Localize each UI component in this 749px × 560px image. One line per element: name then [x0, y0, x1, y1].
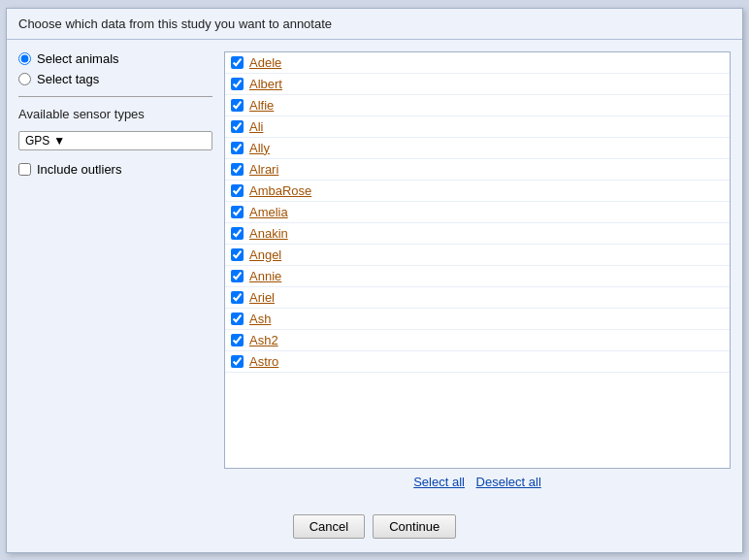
- continue-button[interactable]: Continue: [373, 514, 456, 539]
- cancel-button[interactable]: Cancel: [293, 514, 365, 539]
- select-animals-radio-row[interactable]: Select animals: [18, 51, 212, 66]
- animal-link[interactable]: Ali: [249, 119, 263, 134]
- animal-checkbox[interactable]: [231, 184, 244, 197]
- animal-checkbox[interactable]: [231, 355, 244, 368]
- list-item[interactable]: Adele: [225, 52, 730, 74]
- animal-link[interactable]: Adele: [249, 55, 281, 70]
- animal-checkbox[interactable]: [231, 334, 244, 346]
- animals-list-scroll[interactable]: AdeleAlbertAlfieAliAllyAlrariAmbaRoseAme…: [225, 52, 730, 468]
- animal-link[interactable]: Alfie: [249, 98, 274, 113]
- list-item[interactable]: Alfie: [225, 95, 730, 116]
- animals-list-container: AdeleAlbertAlfieAliAllyAlrariAmbaRoseAme…: [224, 51, 731, 469]
- list-item[interactable]: Annie: [225, 266, 730, 287]
- animal-link[interactable]: Ash: [249, 312, 271, 326]
- animal-checkbox[interactable]: [231, 248, 244, 261]
- list-item[interactable]: Ali: [225, 116, 730, 138]
- main-dialog: Choose which data from this study you wa…: [6, 8, 743, 553]
- dialog-title: Choose which data from this study you wa…: [7, 9, 742, 40]
- animal-link[interactable]: Annie: [249, 269, 281, 283]
- list-item[interactable]: Albert: [225, 74, 730, 95]
- animal-checkbox[interactable]: [231, 270, 244, 282]
- include-outliers-row[interactable]: Include outliers: [18, 162, 212, 177]
- animal-checkbox[interactable]: [231, 291, 244, 304]
- animal-link[interactable]: Albert: [249, 77, 282, 91]
- animal-checkbox[interactable]: [231, 142, 244, 154]
- list-item[interactable]: Alrari: [225, 159, 730, 181]
- list-item[interactable]: Ariel: [225, 287, 730, 309]
- divider: [18, 96, 212, 97]
- select-tags-label: Select tags: [37, 72, 99, 86]
- include-outliers-checkbox[interactable]: [18, 163, 31, 176]
- animal-link[interactable]: Ariel: [249, 290, 275, 305]
- list-item[interactable]: Anakin: [225, 223, 730, 245]
- sensor-type-value: GPS: [25, 134, 49, 148]
- list-item[interactable]: Ally: [225, 138, 730, 159]
- animal-link[interactable]: Anakin: [249, 226, 288, 241]
- animal-checkbox[interactable]: [231, 313, 244, 325]
- sensor-types-label: Available sensor types: [18, 107, 212, 121]
- select-deselect-row: Select all Deselect all: [224, 469, 731, 495]
- list-item[interactable]: Angel: [225, 245, 730, 266]
- dialog-footer: Cancel Continue: [7, 507, 742, 552]
- list-item[interactable]: Amelia: [225, 202, 730, 223]
- animal-checkbox[interactable]: [231, 206, 244, 218]
- list-item[interactable]: Ash2: [225, 330, 730, 351]
- sensor-type-dropdown[interactable]: GPS ▼: [18, 131, 212, 150]
- animal-checkbox[interactable]: [231, 120, 244, 133]
- animal-link[interactable]: Ally: [249, 141, 270, 155]
- select-all-link[interactable]: Select all: [413, 475, 465, 489]
- deselect-all-link[interactable]: Deselect all: [476, 475, 541, 489]
- animal-link[interactable]: AmbaRose: [249, 183, 311, 198]
- left-panel: Select animals Select tags Available sen…: [18, 51, 212, 495]
- animal-link[interactable]: Amelia: [249, 205, 288, 219]
- animal-checkbox[interactable]: [231, 78, 244, 90]
- animal-checkbox[interactable]: [231, 163, 244, 176]
- sensor-dropdown-icon: ▼: [53, 134, 65, 148]
- animal-link[interactable]: Astro: [249, 354, 278, 369]
- select-tags-radio[interactable]: [18, 73, 31, 85]
- animal-checkbox[interactable]: [231, 227, 244, 240]
- list-item[interactable]: AmbaRose: [225, 181, 730, 202]
- animal-checkbox[interactable]: [231, 56, 244, 69]
- animal-link[interactable]: Ash2: [249, 333, 278, 347]
- select-tags-radio-row[interactable]: Select tags: [18, 72, 212, 86]
- include-outliers-label: Include outliers: [37, 162, 121, 177]
- dialog-body: Select animals Select tags Available sen…: [7, 40, 742, 507]
- list-item[interactable]: Astro: [225, 351, 730, 373]
- animal-link[interactable]: Angel: [249, 247, 281, 262]
- animal-checkbox[interactable]: [231, 99, 244, 112]
- animal-link[interactable]: Alrari: [249, 162, 278, 177]
- select-animals-label: Select animals: [37, 51, 119, 66]
- list-item[interactable]: Ash: [225, 309, 730, 330]
- right-panel: AdeleAlbertAlfieAliAllyAlrariAmbaRoseAme…: [224, 51, 731, 495]
- select-animals-radio[interactable]: [18, 52, 31, 65]
